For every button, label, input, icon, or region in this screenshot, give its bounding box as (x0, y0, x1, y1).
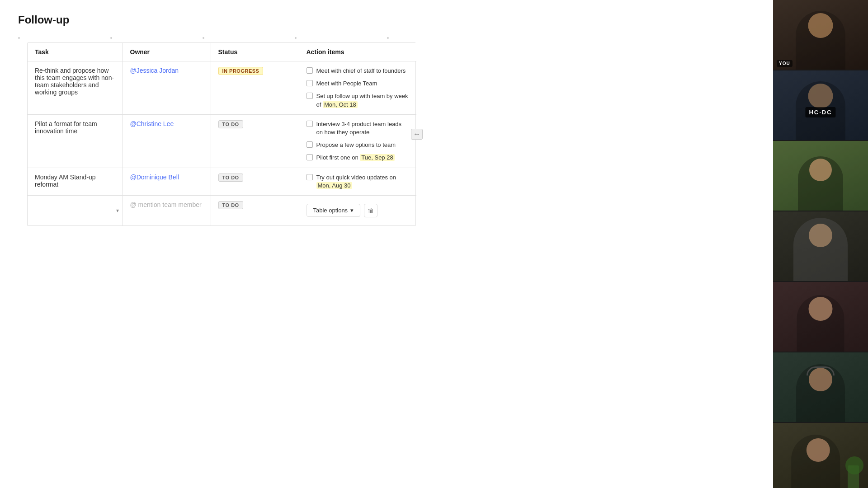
owner-tag[interactable]: @Christine Lee (130, 120, 174, 127)
owner-cell[interactable]: @Dominique Bell (123, 168, 211, 195)
video-tile-7 (773, 423, 868, 488)
action-items-cell: Try out quick video updates on Mon, Aug … (299, 168, 416, 195)
table-options-button[interactable]: Table options▾ (307, 204, 361, 217)
col-header-owner: Owner (123, 43, 211, 61)
task-cell[interactable]: Monday AM Stand-up reformat (28, 168, 123, 195)
status-badge[interactable]: IN PROGRESS (218, 67, 264, 75)
action-checkbox[interactable] (307, 141, 313, 148)
dropdown-arrow-icon[interactable]: ▾ (116, 207, 119, 214)
new-task-input[interactable] (35, 200, 115, 207)
task-cell[interactable]: Pilot a format for team innovation time (28, 114, 123, 168)
side-panel: YOU HC·DC (773, 0, 868, 488)
status-badge[interactable]: TO DO (218, 174, 243, 182)
action-item: Pilot first one on Tue, Sep 28 (307, 154, 410, 162)
action-item: Try out quick video updates on Mon, Aug … (307, 174, 410, 190)
action-text: Meet with People Team (316, 80, 377, 88)
action-text: Interview 3-4 product team leads on how … (316, 120, 410, 136)
status-cell[interactable]: TO DO (211, 168, 299, 195)
col-header-actions: Action items (299, 43, 416, 61)
action-text: Pilot first one on Tue, Sep 28 (316, 154, 395, 162)
table-options-label: Table options (313, 207, 348, 214)
page-title: Follow-up (18, 14, 755, 26)
status-cell[interactable]: IN PROGRESS (211, 61, 299, 115)
grid-dots (18, 37, 755, 39)
action-checkbox[interactable] (307, 67, 313, 74)
status-cell[interactable]: TO DO (211, 195, 299, 225)
main-content: Follow-up ↔ Task Owner Status Action ite… (0, 0, 773, 488)
action-item: Interview 3-4 product team leads on how … (307, 120, 410, 136)
col-header-status: Status (211, 43, 299, 61)
action-checkbox[interactable] (307, 80, 313, 86)
hcdc-badge: HC·DC (805, 107, 835, 117)
table-header-row: Task Owner Status Action items (28, 43, 416, 61)
delete-row-button[interactable]: 🗑 (364, 204, 377, 217)
resize-handle[interactable]: ↔ (411, 129, 423, 140)
action-checkbox[interactable] (307, 121, 313, 127)
video-tile-5 (773, 282, 868, 352)
task-cell[interactable]: ▾ (28, 195, 123, 225)
status-cell[interactable]: TO DO (211, 114, 299, 168)
action-text: Try out quick video updates on Mon, Aug … (316, 174, 410, 190)
table-row: Re-think and propose how this team engag… (28, 61, 416, 115)
table-wrapper: ↔ Task Owner Status Action items Re-thin… (27, 42, 416, 226)
owner-cell[interactable]: @ mention team member (123, 195, 211, 225)
grid-dot (110, 37, 112, 39)
table-row: Monday AM Stand-up reformat@Dominique Be… (28, 168, 416, 195)
grid-dot (18, 37, 20, 39)
grid-dot (295, 37, 297, 39)
action-text: Set up follow up with team by week of Mo… (316, 92, 410, 108)
action-items-cell: Table options▾🗑 (299, 195, 416, 225)
action-checkbox[interactable] (307, 174, 313, 180)
table-container: ↔ Task Owner Status Action items Re-thin… (27, 42, 755, 226)
video-tile-2: HC·DC (773, 70, 868, 140)
action-item: Meet with chief of staff to founders (307, 67, 410, 75)
action-items-cell: Meet with chief of staff to foundersMeet… (299, 61, 416, 115)
grid-dot (203, 37, 204, 39)
owner-tag[interactable]: @Dominique Bell (130, 174, 179, 181)
video-tile-1: YOU (773, 0, 868, 70)
status-badge[interactable]: TO DO (218, 120, 243, 128)
date-highlight: Mon, Oct 18 (323, 101, 358, 108)
you-badge: YOU (777, 60, 793, 67)
date-highlight: Mon, Aug 30 (316, 182, 352, 189)
table-row: ▾@ mention team memberTO DOTable options… (28, 195, 416, 225)
video-tile-3 (773, 141, 868, 211)
owner-placeholder: @ mention team member (130, 201, 202, 208)
chevron-down-icon: ▾ (350, 207, 354, 214)
date-highlight: Tue, Sep 28 (360, 154, 394, 161)
owner-cell[interactable]: @Christine Lee (123, 114, 211, 168)
video-tile-6 (773, 352, 868, 422)
task-cell[interactable]: Re-think and propose how this team engag… (28, 61, 123, 115)
action-item: Propose a few options to team (307, 141, 410, 149)
action-items-cell: Interview 3-4 product team leads on how … (299, 114, 416, 168)
main-table: Task Owner Status Action items Re-think … (28, 43, 416, 225)
status-badge[interactable]: TO DO (218, 201, 243, 209)
action-item: Meet with People Team (307, 80, 410, 88)
video-tile-4 (773, 211, 868, 281)
col-header-task: Task (28, 43, 123, 61)
owner-cell[interactable]: @Jessica Jordan (123, 61, 211, 115)
action-text: Propose a few options to team (316, 141, 396, 149)
owner-tag[interactable]: @Jessica Jordan (130, 67, 179, 74)
table-options-bar: Table options▾🗑 (307, 201, 410, 220)
action-checkbox[interactable] (307, 154, 313, 160)
table-row: Pilot a format for team innovation time@… (28, 114, 416, 168)
action-text: Meet with chief of staff to founders (316, 67, 406, 75)
action-checkbox[interactable] (307, 93, 313, 99)
grid-dot (387, 37, 389, 39)
action-item: Set up follow up with team by week of Mo… (307, 92, 410, 108)
